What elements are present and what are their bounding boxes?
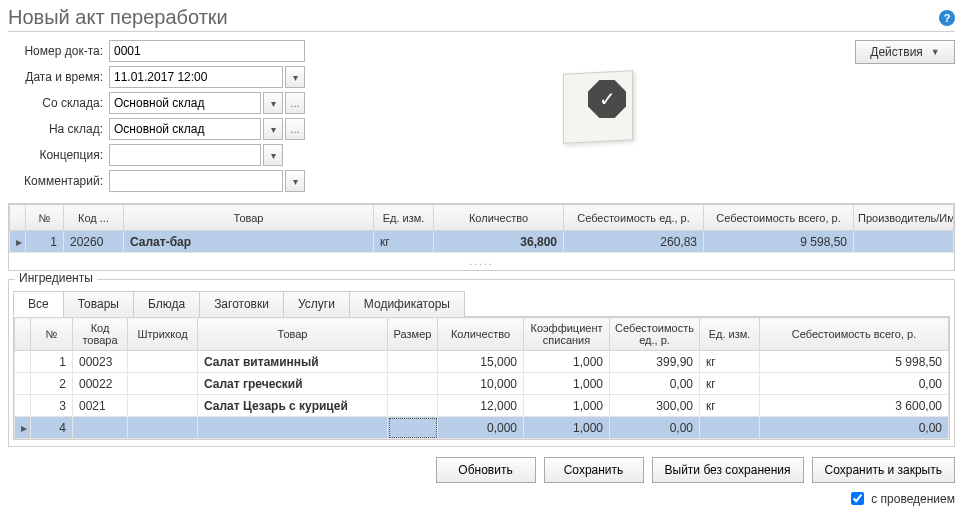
from-stock-dropdown-icon[interactable]: ▾ [263,92,283,114]
cell-cost-total[interactable]: 0,00 [760,373,949,395]
table-row[interactable]: 200022Салат греческий10,0001,0000,00кг0,… [15,373,949,395]
icol-no[interactable]: № [31,318,73,351]
table-row[interactable]: 100023Салат витаминный15,0001,000399,90к… [15,351,949,373]
cell-code[interactable]: 00023 [73,351,128,373]
cell-barcode[interactable] [128,351,198,373]
col-indicator[interactable] [10,205,26,231]
cell-qty[interactable]: 15,000 [438,351,524,373]
tab-services[interactable]: Услуги [283,291,350,317]
datetime-input[interactable] [109,66,283,88]
save-button[interactable]: Сохранить [544,457,644,483]
cell-cost-unit[interactable]: 260,83 [564,231,704,253]
cell-no[interactable]: 4 [31,417,73,439]
cell-size[interactable] [388,417,438,439]
col-cost-total[interactable]: Себестоимость всего, р. [704,205,854,231]
cell-size[interactable] [388,351,438,373]
cell-size[interactable] [388,373,438,395]
cell-barcode[interactable] [128,395,198,417]
tab-dishes[interactable]: Блюда [133,291,200,317]
cell-coef[interactable]: 1,000 [524,373,610,395]
cell-producer[interactable] [854,231,954,253]
cell-unit[interactable]: кг [700,351,760,373]
cell-cost-total[interactable]: 3 600,00 [760,395,949,417]
cell-qty[interactable]: 12,000 [438,395,524,417]
cell-cost-unit[interactable]: 399,90 [610,351,700,373]
with-posting-label[interactable]: с проведением [871,492,955,506]
icol-barcode[interactable]: Штрихкод [128,318,198,351]
refresh-button[interactable]: Обновить [436,457,536,483]
table-row[interactable]: ▸40,0001,0000,000,00 [15,417,949,439]
col-cost-unit[interactable]: Себестоимость ед., р. [564,205,704,231]
cell-code[interactable] [73,417,128,439]
cell-qty[interactable]: 36,800 [434,231,564,253]
cell-coef[interactable]: 1,000 [524,351,610,373]
cell-code[interactable]: 20260 [64,231,124,253]
tab-all[interactable]: Все [13,291,64,317]
datetime-dropdown-icon[interactable]: ▾ [285,66,305,88]
comment-input[interactable] [109,170,283,192]
table-row[interactable]: ▸ 1 20260 Салат-бар кг 36,800 260,83 9 5… [10,231,954,253]
cell-cost-total[interactable]: 5 998,50 [760,351,949,373]
concept-dropdown-icon[interactable]: ▾ [263,144,283,166]
col-producer[interactable]: Производитель/Им... [854,205,954,231]
cell-cost-unit[interactable]: 0,00 [610,373,700,395]
from-stock-input[interactable] [109,92,261,114]
from-stock-browse-button[interactable]: … [285,92,305,114]
col-no[interactable]: № [26,205,64,231]
col-unit[interactable]: Ед. изм. [374,205,434,231]
cell-no[interactable]: 2 [31,373,73,395]
save-close-button[interactable]: Сохранить и закрыть [812,457,955,483]
ingredients-grid[interactable]: № Код товара Штрихкод Товар Размер Колич… [13,317,950,440]
concept-input[interactable] [109,144,261,166]
icol-unit[interactable]: Ед. изм. [700,318,760,351]
help-icon[interactable]: ? [939,10,955,26]
cell-item[interactable] [198,417,388,439]
tab-goods[interactable]: Товары [63,291,134,317]
cell-qty[interactable]: 0,000 [438,417,524,439]
cell-size[interactable] [388,395,438,417]
cell-barcode[interactable] [128,373,198,395]
cell-code[interactable]: 0021 [73,395,128,417]
cell-item[interactable]: Салат-бар [124,231,374,253]
cell-item[interactable]: Салат витаминный [198,351,388,373]
cell-item[interactable]: Салат греческий [198,373,388,395]
col-code[interactable]: Код ... [64,205,124,231]
icol-indicator[interactable] [15,318,31,351]
table-row[interactable]: 30021Салат Цезарь с курицей12,0001,00030… [15,395,949,417]
cell-qty[interactable]: 10,000 [438,373,524,395]
col-item[interactable]: Товар [124,205,374,231]
cell-coef[interactable]: 1,000 [524,395,610,417]
cell-no[interactable]: 3 [31,395,73,417]
products-grid[interactable]: № Код ... Товар Ед. изм. Количество Себе… [8,203,955,271]
cell-cost-total[interactable]: 0,00 [760,417,949,439]
cell-cost-unit[interactable]: 0,00 [610,417,700,439]
icol-qty[interactable]: Количество [438,318,524,351]
icol-coef[interactable]: Коэффициент списания [524,318,610,351]
cell-cost-unit[interactable]: 300,00 [610,395,700,417]
cell-unit[interactable]: кг [700,373,760,395]
col-qty[interactable]: Количество [434,205,564,231]
to-stock-browse-button[interactable]: … [285,118,305,140]
icol-cost-total[interactable]: Себестоимость всего, р. [760,318,949,351]
cell-code[interactable]: 00022 [73,373,128,395]
to-stock-dropdown-icon[interactable]: ▾ [263,118,283,140]
icol-size[interactable]: Размер [388,318,438,351]
cell-no[interactable]: 1 [31,351,73,373]
tab-semi[interactable]: Заготовки [199,291,284,317]
cell-unit[interactable]: кг [374,231,434,253]
icol-item[interactable]: Товар [198,318,388,351]
icol-code[interactable]: Код товара [73,318,128,351]
exit-nosave-button[interactable]: Выйти без сохранения [652,457,804,483]
cell-no[interactable]: 1 [26,231,64,253]
comment-dropdown-icon[interactable]: ▾ [285,170,305,192]
cell-coef[interactable]: 1,000 [524,417,610,439]
cell-barcode[interactable] [128,417,198,439]
to-stock-input[interactable] [109,118,261,140]
cell-unit[interactable] [700,417,760,439]
icol-cost-unit[interactable]: Себестоимость ед., р. [610,318,700,351]
cell-unit[interactable]: кг [700,395,760,417]
tab-modifiers[interactable]: Модификаторы [349,291,465,317]
doc-no-input[interactable] [109,40,305,62]
cell-cost-total[interactable]: 9 598,50 [704,231,854,253]
with-posting-checkbox[interactable] [851,492,864,505]
